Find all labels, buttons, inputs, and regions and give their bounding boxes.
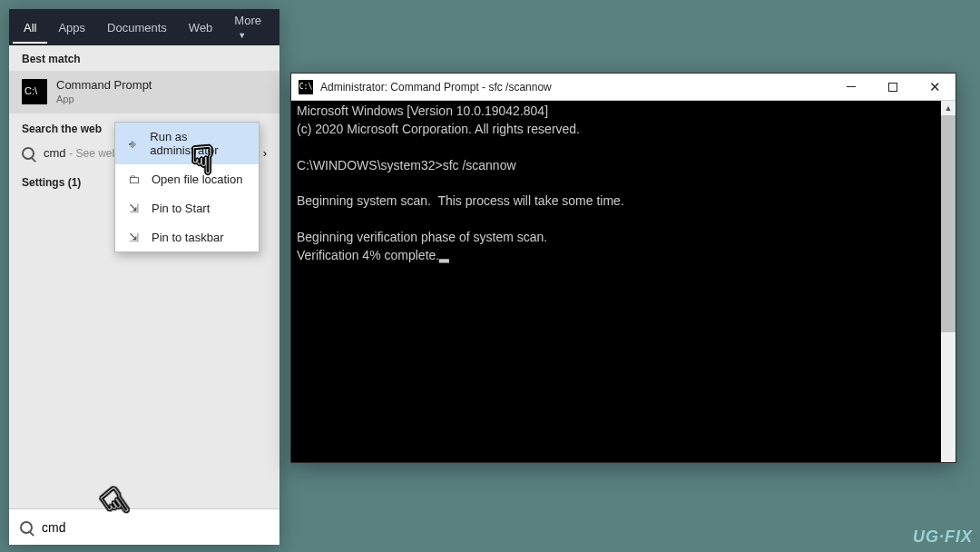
minimize-button[interactable] — [830, 74, 872, 100]
tab-web[interactable]: Web — [178, 12, 224, 44]
chevron-down-icon: ▼ — [238, 31, 246, 40]
close-button[interactable]: ✕ — [914, 74, 956, 100]
tab-apps[interactable]: Apps — [47, 12, 96, 44]
best-match-header: Best match — [9, 45, 279, 71]
best-match-item-command-prompt[interactable]: C:\ Command Prompt App — [9, 71, 279, 113]
close-icon: ✕ — [929, 80, 941, 94]
vertical-scrollbar[interactable]: ▲ — [941, 101, 956, 462]
tab-more-label: More — [234, 14, 261, 27]
maximize-icon — [888, 83, 897, 92]
scroll-thumb[interactable] — [941, 115, 956, 332]
command-prompt-icon: C:\ — [299, 80, 313, 94]
titlebar[interactable]: C:\ Administrator: Command Prompt - sfc … — [291, 74, 956, 101]
command-prompt-window: C:\ Administrator: Command Prompt - sfc … — [290, 73, 956, 463]
scroll-up-icon[interactable]: ▲ — [941, 101, 956, 115]
chevron-right-icon: › — [263, 146, 267, 160]
best-match-title: Command Prompt — [56, 78, 152, 92]
context-menu: ⎆ Run as administrator 🗀 Open file locat… — [114, 122, 260, 252]
search-web-hint: - See web — [69, 147, 118, 160]
search-input[interactable] — [42, 520, 269, 535]
search-box[interactable] — [9, 508, 279, 545]
terminal-line: C:\WINDOWS\system32>sfc /scannow — [297, 158, 516, 172]
tab-documents[interactable]: Documents — [96, 12, 178, 44]
terminal-line: Beginning verification phase of system s… — [297, 230, 547, 244]
ctx-label: Run as administrator — [150, 130, 248, 157]
ctx-pin-to-taskbar[interactable]: ⇲ Pin to taskbar — [115, 222, 259, 251]
terminal-output[interactable]: Microsoft Windows [Version 10.0.19042.80… — [291, 101, 956, 462]
search-icon — [22, 147, 34, 160]
maximize-button[interactable] — [872, 74, 914, 100]
tab-more[interactable]: More ▼ — [223, 5, 276, 50]
search-web-query: cmd — [44, 146, 66, 160]
tab-all[interactable]: All — [13, 12, 47, 44]
pin-icon: ⇲ — [126, 201, 141, 215]
search-icon — [20, 521, 33, 534]
ctx-label: Pin to Start — [152, 202, 210, 215]
command-prompt-icon: C:\ — [22, 79, 47, 104]
terminal-line: Microsoft Windows [Version 10.0.19042.80… — [297, 104, 548, 118]
ctx-label: Open file location — [152, 172, 242, 186]
minimize-icon — [847, 86, 856, 87]
ctx-open-file-location[interactable]: 🗀 Open file location — [115, 164, 259, 193]
pin-icon: ⇲ — [126, 230, 141, 244]
search-tabs: All Apps Documents Web More ▼ — [9, 9, 279, 45]
ctx-pin-to-start[interactable]: ⇲ Pin to Start — [115, 193, 259, 222]
best-match-text: Command Prompt App — [56, 78, 152, 104]
window-buttons: ✕ — [830, 74, 956, 100]
search-panel: All Apps Documents Web More ▼ Best match… — [9, 9, 279, 545]
watermark: UG·FIX — [913, 527, 973, 547]
ctx-label: Pin to taskbar — [152, 231, 224, 244]
best-match-subtitle: App — [56, 94, 152, 104]
terminal-line: Verification 4% complete.▂ — [297, 248, 449, 262]
terminal-line: Beginning system scan. This process will… — [297, 193, 624, 208]
folder-icon: 🗀 — [126, 172, 141, 186]
terminal-line: (c) 2020 Microsoft Corporation. All righ… — [297, 122, 580, 136]
ctx-run-as-administrator[interactable]: ⎆ Run as administrator — [115, 123, 259, 164]
window-title: Administrator: Command Prompt - sfc /sca… — [320, 81, 830, 94]
admin-shield-icon: ⎆ — [126, 136, 139, 151]
